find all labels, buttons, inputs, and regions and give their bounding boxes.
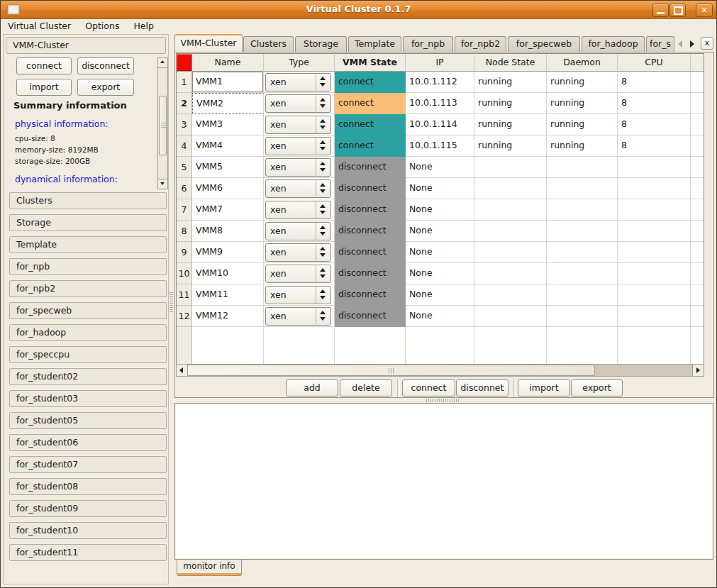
row-number-cell[interactable]: 5 — [177, 157, 192, 178]
type-spinner[interactable]: xen — [265, 94, 331, 113]
sidebar-item-template[interactable]: Template — [9, 236, 167, 253]
vmm-panel-scrollbar[interactable] — [157, 57, 168, 189]
maximize-button[interactable] — [669, 4, 686, 17]
vmm-state-cell[interactable]: disconnect — [335, 242, 406, 263]
type-spinner[interactable]: xen — [265, 73, 331, 91]
row-number-cell[interactable]: 10 — [177, 263, 192, 284]
ip-cell[interactable]: 10.0.1.113 — [406, 93, 474, 114]
vmm-state-cell[interactable]: connect — [335, 72, 406, 93]
tab-clusters[interactable]: Clusters — [243, 36, 294, 52]
menu-item-options[interactable]: Options — [78, 19, 126, 34]
ip-cell[interactable]: None — [406, 306, 474, 327]
disconnet-action-button[interactable]: disconnet — [456, 379, 508, 396]
sidebar-item-for-npb2[interactable]: for_npb2 — [9, 280, 167, 297]
type-spinner[interactable]: xen — [265, 116, 331, 134]
spinner-arrows[interactable] — [316, 159, 330, 176]
row-number-cell[interactable]: 7 — [177, 199, 192, 221]
cpu-cell[interactable]: 8 — [618, 114, 691, 135]
name-cell[interactable]: VMM10 — [192, 263, 264, 284]
column-header-node-state[interactable]: Node State — [474, 54, 547, 72]
name-cell[interactable]: VMM4 — [192, 135, 264, 157]
tab-for-npb[interactable]: for_npb — [403, 36, 453, 52]
name-cell[interactable]: VMM6 — [192, 178, 264, 199]
name-cell[interactable]: VMM2 — [192, 93, 264, 114]
vmm-state-cell[interactable]: disconnect — [335, 221, 406, 242]
cpu-cell[interactable]: 8 — [618, 72, 691, 93]
hscroll-thumb[interactable] — [187, 365, 595, 376]
tab-monitor-info[interactable]: monitor info — [177, 560, 242, 576]
tab-scroll-right-button[interactable] — [687, 38, 697, 50]
vmm-state-cell[interactable]: disconnect — [335, 284, 406, 306]
tab-vmm-cluster[interactable]: VMM-Cluster — [174, 34, 243, 52]
spinner-arrows[interactable] — [316, 95, 330, 112]
column-header-cpu[interactable]: CPU — [618, 54, 691, 72]
node-state-cell[interactable] — [474, 284, 547, 306]
spinner-arrows[interactable] — [316, 74, 330, 91]
name-cell[interactable]: VMM5 — [192, 157, 264, 178]
spinner-arrows[interactable] — [316, 201, 330, 218]
column-header-vmm-state[interactable]: VMM State — [335, 54, 406, 72]
name-cell[interactable]: VMM11 — [192, 284, 264, 306]
column-header-ip[interactable]: IP — [406, 54, 474, 72]
spinner-arrows[interactable] — [316, 308, 330, 325]
node-state-cell[interactable] — [474, 199, 547, 221]
sidebar-item-clusters[interactable]: Clusters — [9, 192, 167, 209]
sidebar-item-vmm-cluster[interactable]: VMM-Cluster — [6, 37, 166, 54]
daemon-cell[interactable] — [547, 263, 618, 284]
type-cell[interactable]: xen — [264, 306, 335, 327]
select-all-cell[interactable] — [177, 54, 192, 72]
ip-cell[interactable]: None — [406, 284, 474, 306]
pane-splitter-vertical[interactable] — [169, 34, 174, 584]
vmm-state-cell[interactable]: connect — [335, 93, 406, 114]
sidebar-item-for-student10[interactable]: for_student10 — [9, 522, 167, 539]
cpu-cell[interactable] — [618, 284, 691, 306]
cpu-cell[interactable] — [618, 242, 691, 263]
sidebar-item-for-student02[interactable]: for_student02 — [9, 368, 167, 385]
sidebar-item-for-student08[interactable]: for_student08 — [9, 478, 167, 495]
daemon-cell[interactable]: running — [547, 114, 618, 135]
row-number-cell[interactable]: 4 — [177, 135, 192, 157]
vmm-state-cell[interactable]: disconnect — [335, 157, 406, 178]
ip-cell[interactable]: None — [406, 263, 474, 284]
node-state-cell[interactable] — [474, 306, 547, 327]
node-state-cell[interactable]: running — [474, 114, 547, 135]
title-bar[interactable]: Virtual Cluster 0.1.7 ✕ — [1, 1, 716, 19]
node-state-cell[interactable]: running — [474, 72, 547, 93]
sidebar-item-storage[interactable]: Storage — [9, 214, 167, 231]
sidebar-item-for-student05[interactable]: for_student05 — [9, 412, 167, 429]
daemon-cell[interactable] — [547, 221, 618, 242]
cpu-cell[interactable] — [618, 199, 691, 221]
ip-cell[interactable]: None — [406, 157, 474, 178]
tab-storage[interactable]: Storage — [295, 36, 347, 52]
spinner-arrows[interactable] — [316, 116, 330, 133]
type-spinner[interactable]: xen — [265, 158, 331, 177]
type-cell[interactable]: xen — [264, 221, 335, 242]
type-cell[interactable]: xen — [264, 93, 335, 114]
scrollbar-thumb[interactable] — [159, 96, 167, 155]
type-cell[interactable]: xen — [264, 199, 335, 221]
delete-action-button[interactable]: delete — [340, 379, 392, 396]
vmm-state-cell[interactable]: connect — [335, 135, 406, 157]
vmm-state-cell[interactable]: disconnect — [335, 263, 406, 284]
spinner-arrows[interactable] — [316, 287, 330, 304]
cpu-cell[interactable]: 8 — [618, 135, 691, 157]
ip-cell[interactable]: None — [406, 178, 474, 199]
type-spinner[interactable]: xen — [265, 286, 331, 304]
column-header-extra[interactable] — [691, 54, 704, 72]
ip-cell[interactable]: 10.0.1.115 — [406, 135, 474, 157]
sidebar-item-for-specweb[interactable]: for_specweb — [9, 302, 167, 319]
sidebar-item-for-student11[interactable]: for_student11 — [9, 544, 167, 561]
row-number-cell[interactable]: 11 — [177, 284, 192, 306]
name-cell[interactable]: VMM1 — [192, 72, 264, 93]
minimize-button[interactable] — [652, 4, 669, 17]
sidebar-item-for-speccpu[interactable]: for_speccpu — [9, 346, 167, 363]
daemon-cell[interactable]: running — [547, 135, 618, 157]
daemon-cell[interactable]: running — [547, 72, 618, 93]
daemon-cell[interactable] — [547, 178, 618, 199]
vmm-state-cell[interactable]: connect — [335, 114, 406, 135]
daemon-cell[interactable] — [547, 242, 618, 263]
type-cell[interactable]: xen — [264, 114, 335, 135]
cpu-cell[interactable] — [618, 178, 691, 199]
tab-scroll-left-button[interactable] — [675, 38, 686, 50]
monitor-output-area[interactable] — [174, 403, 713, 560]
